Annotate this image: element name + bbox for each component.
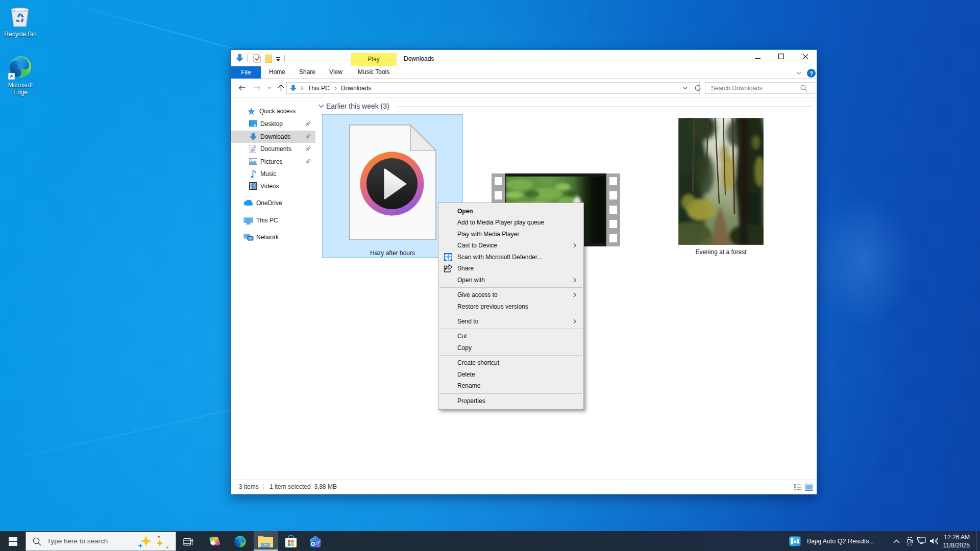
svg-text:?: ? [810, 70, 813, 77]
